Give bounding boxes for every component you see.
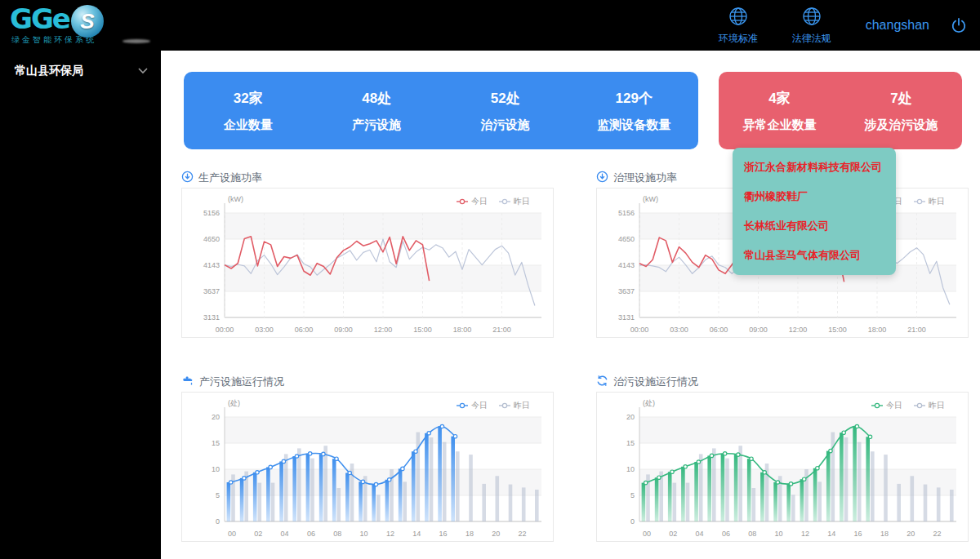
svg-text:06: 06 [307, 530, 315, 538]
logo-sphere-icon: S [71, 5, 104, 38]
legend-昨日[interactable]: 昨日 [499, 401, 530, 410]
svg-text:20: 20 [626, 413, 635, 421]
faucet-icon [181, 375, 194, 390]
stat-enterprise-count[interactable]: 32家 企业数量 [184, 89, 313, 133]
svg-text:昨日: 昨日 [929, 401, 945, 410]
legend-今日[interactable]: 今日 [457, 197, 488, 206]
stat-abnormal-enterprises[interactable]: 4家 异常企业数量 [719, 89, 840, 133]
stat-label: 监测设备数量 [597, 118, 670, 133]
chart-treatment-facility-status: 20151050(处)今日昨日000204060810121416182022 [596, 392, 969, 542]
card-pollution-facility-status: 产污设施运行情况 20151050(处)今日昨日0002040608101214… [181, 374, 554, 542]
nav-laws-regulations-label: 法律法规 [792, 32, 831, 46]
svg-text:3131: 3131 [618, 313, 635, 322]
stat-value: 32家 [234, 89, 263, 108]
svg-text:18:00: 18:00 [868, 326, 887, 334]
svg-text:22: 22 [519, 530, 527, 538]
svg-text:00: 00 [643, 530, 651, 538]
nav-laws-regulations[interactable]: 法律法规 [792, 6, 831, 46]
svg-text:10: 10 [626, 465, 635, 473]
svg-text:4143: 4143 [618, 261, 635, 269]
svg-text:12: 12 [386, 530, 394, 538]
legend-昨日[interactable]: 昨日 [499, 197, 530, 206]
globe-icon [728, 6, 749, 30]
legend-昨日[interactable]: 昨日 [914, 197, 945, 206]
svg-text:10: 10 [775, 530, 783, 538]
svg-text:3637: 3637 [203, 287, 220, 295]
stats-bar-abnormal: 4家 异常企业数量 7处 涉及治污设施 [719, 72, 962, 149]
chart-production-power: 51564650414336373131(kW)今日昨日00:0003:0006… [181, 188, 554, 338]
svg-text:06: 06 [722, 530, 730, 538]
svg-text:0: 0 [216, 517, 220, 526]
stat-label: 治污设施 [481, 118, 530, 133]
svg-text:(处): (处) [643, 399, 655, 407]
svg-text:15:00: 15:00 [828, 326, 847, 334]
svg-text:08: 08 [748, 530, 756, 538]
company-item[interactable]: 常山县圣马气体有限公司 [733, 241, 896, 270]
bar-chart-svg: 20151050(处)今日昨日000204060810121416182022 [597, 393, 968, 541]
svg-text:15:00: 15:00 [413, 326, 432, 334]
svg-text:06:00: 06:00 [295, 326, 314, 334]
svg-text:04: 04 [696, 530, 704, 538]
stat-pollution-producing-facilities[interactable]: 48处 产污设施 [313, 89, 442, 133]
power-icon[interactable] [951, 17, 967, 33]
svg-text:5: 5 [216, 491, 220, 499]
svg-text:18: 18 [880, 530, 889, 538]
stat-label: 产污设施 [352, 118, 401, 133]
svg-text:04: 04 [281, 530, 289, 538]
chart-title: 产污设施运行情况 [199, 375, 284, 389]
stat-involved-treatment-facilities[interactable]: 7处 涉及治污设施 [840, 89, 962, 133]
svg-text:18:00: 18:00 [453, 326, 472, 334]
stat-label: 企业数量 [224, 118, 273, 133]
svg-text:21:00: 21:00 [492, 326, 511, 334]
svg-text:4650: 4650 [203, 235, 220, 243]
svg-text:12:00: 12:00 [789, 326, 808, 334]
top-bar: GGe 绿金智能环保系统 S 环境标准 法律法规 [0, 0, 980, 51]
username[interactable]: changshan [866, 18, 929, 33]
svg-text:03:00: 03:00 [255, 326, 274, 334]
legend-今日[interactable]: 今日 [871, 401, 902, 410]
bar-chart-svg: 20151050(处)今日昨日000204060810121416182022 [182, 393, 553, 541]
top-nav: 环境标准 法律法规 changshan [719, 0, 980, 51]
svg-text:15: 15 [212, 439, 220, 447]
svg-text:09:00: 09:00 [749, 326, 768, 334]
line-chart-svg: 51564650414336373131(kW)今日昨日00:0003:0006… [182, 189, 553, 337]
svg-text:4143: 4143 [203, 261, 220, 269]
svg-text:02: 02 [669, 530, 677, 538]
svg-text:5: 5 [630, 491, 635, 499]
nav-env-standards[interactable]: 环境标准 [719, 6, 758, 46]
sidebar-item-org[interactable]: 常山县环保局 [0, 51, 161, 91]
logo-text: GGe [10, 2, 69, 35]
company-item[interactable]: 衢州橡胶鞋厂 [733, 182, 896, 211]
company-item[interactable]: 浙江永合新材料科技有限公司 [733, 153, 896, 182]
card-header: 治污设施运行情况 [596, 374, 969, 390]
company-item[interactable]: 长林纸业有限公司 [733, 211, 896, 241]
svg-text:14: 14 [412, 530, 421, 538]
svg-text:20: 20 [906, 530, 915, 538]
svg-text:5156: 5156 [203, 209, 220, 217]
chart-title: 治污设施运行情况 [613, 375, 698, 389]
stat-value: 48处 [362, 89, 391, 108]
chart-pollution-facility-status: 20151050(处)今日昨日000204060810121416182022 [181, 392, 554, 542]
chart-title: 生产设施功率 [198, 171, 262, 185]
legend-昨日[interactable]: 昨日 [914, 401, 945, 410]
svg-text:12: 12 [801, 530, 809, 538]
globe-icon [801, 6, 822, 30]
legend-今日[interactable]: 今日 [457, 401, 488, 410]
stat-monitoring-devices[interactable]: 129个 监测设备数量 [570, 89, 699, 133]
svg-text:00:00: 00:00 [630, 326, 649, 334]
svg-text:0: 0 [630, 517, 635, 526]
sidebar: 常山县环保局 [0, 51, 161, 559]
stat-value: 129个 [616, 89, 653, 108]
power-meter-icon [181, 171, 194, 186]
app-logo: GGe 绿金智能环保系统 S [10, 5, 104, 38]
svg-text:3637: 3637 [618, 287, 635, 295]
svg-text:16: 16 [854, 530, 862, 538]
svg-text:4650: 4650 [618, 235, 635, 243]
stat-treatment-facilities[interactable]: 52处 治污设施 [441, 89, 570, 133]
svg-text:12:00: 12:00 [374, 326, 393, 334]
logo-sphere-shadow [122, 39, 150, 43]
svg-text:00: 00 [228, 530, 236, 538]
svg-text:今日: 今日 [471, 401, 488, 410]
svg-text:昨日: 昨日 [514, 197, 530, 206]
chevron-down-icon [138, 65, 148, 77]
